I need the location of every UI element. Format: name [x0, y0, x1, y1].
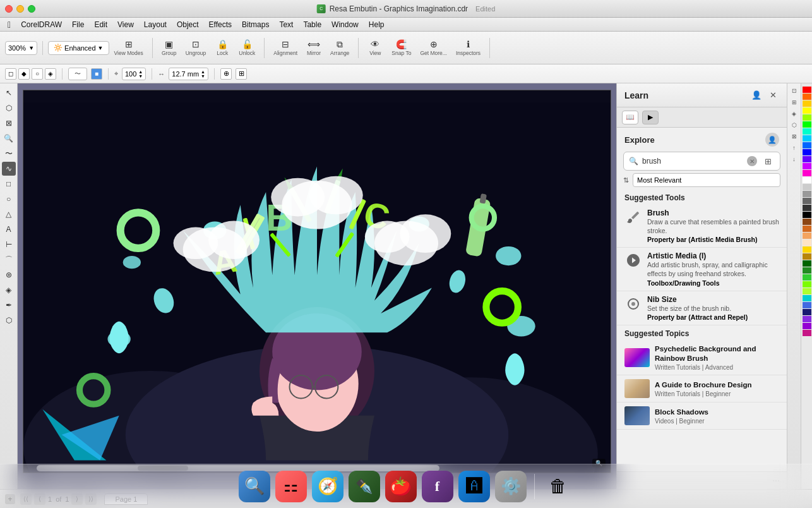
color-swatch[interactable]	[803, 219, 811, 225]
unlock-button[interactable]: 🔓 Unlock	[235, 38, 259, 58]
color-swatch[interactable]	[803, 135, 811, 142]
tool-shape-btn4[interactable]: ◈	[45, 68, 56, 80]
menu-effects[interactable]: Effects	[204, 19, 237, 30]
topic-item-psychedelic[interactable]: Psychedelic Background and Rainbow Brush…	[617, 341, 787, 375]
nib-value-control[interactable]: 100 ▲▼	[122, 68, 146, 80]
color-swatch[interactable]	[803, 267, 811, 274]
color-swatch[interactable]	[803, 184, 811, 190]
dock-system-prefs[interactable]: ⚙️	[495, 471, 527, 502]
tab-video[interactable]: ▶	[642, 111, 659, 124]
traffic-lights[interactable]	[5, 5, 35, 13]
dock-quill[interactable]: ✒️	[349, 471, 380, 502]
color-swatch[interactable]	[803, 309, 811, 315]
color-swatch[interactable]	[803, 163, 811, 169]
color-swatch[interactable]	[803, 114, 811, 121]
zoom-dropdown-icon[interactable]: ▼	[28, 45, 34, 51]
dock-tomato[interactable]: 🍅	[385, 471, 417, 502]
color-swatch[interactable]	[803, 198, 811, 204]
color-swatch[interactable]	[803, 260, 811, 267]
zoom-tool[interactable]: 🔍	[2, 131, 16, 145]
transform-btn[interactable]: ⊞	[236, 68, 247, 80]
topic-item-block-shadows[interactable]: Block Shadows Videos | Beginner	[617, 402, 787, 430]
color-swatch[interactable]	[803, 191, 811, 197]
color-swatch[interactable]	[803, 295, 811, 301]
learn-panel-scroll[interactable]: Explore 👤 🔍 ✕ ⊞ ⇅ Most Relevant Newest	[617, 128, 787, 471]
apple-menu[interactable]: 	[3, 18, 16, 31]
group-button[interactable]: ▣ Group	[158, 38, 181, 58]
sort-select[interactable]: Most Relevant Newest Oldest A-Z	[633, 173, 780, 187]
menu-object[interactable]: Object	[172, 19, 204, 30]
topic-item-brochure[interactable]: A Guide to Brochure Design Written Tutor…	[617, 375, 787, 402]
color-swatch[interactable]	[803, 274, 811, 281]
search-input[interactable]	[642, 157, 743, 166]
get-more-button[interactable]: ⊕ Get More...	[416, 38, 451, 58]
menu-text[interactable]: Text	[274, 19, 298, 30]
curve-color[interactable]: ■	[91, 68, 102, 80]
fill-tool[interactable]: ⬡	[2, 313, 16, 327]
edge-icon-7[interactable]: ↓	[789, 154, 799, 164]
dock-trash[interactable]: 🗑	[542, 471, 574, 502]
ellipse-tool[interactable]: ○	[2, 192, 16, 206]
arrange-button[interactable]: ⧉ Arrange	[326, 38, 353, 58]
color-swatch[interactable]	[803, 121, 811, 128]
color-swatch[interactable]	[803, 330, 811, 336]
menu-layout[interactable]: Layout	[139, 19, 172, 30]
color-swatch[interactable]	[803, 107, 811, 114]
color-swatch[interactable]	[803, 142, 811, 148]
color-swatch[interactable]	[803, 128, 811, 135]
color-swatch[interactable]	[803, 177, 811, 183]
dimension-tool[interactable]: ⊢	[2, 238, 16, 251]
color-swatch[interactable]	[803, 226, 811, 232]
snap-to-button[interactable]: 🧲 Snap To	[388, 38, 415, 58]
lock-button[interactable]: 🔒 Lock	[211, 38, 234, 58]
select-tool[interactable]: ↖	[2, 86, 16, 100]
menu-table[interactable]: Table	[298, 19, 326, 30]
inspectors-button[interactable]: ℹ Inspectors	[452, 38, 484, 58]
user-add-icon[interactable]: 👤	[750, 89, 763, 102]
color-swatch[interactable]	[803, 239, 811, 246]
menu-view[interactable]: View	[112, 19, 139, 30]
color-swatch[interactable]	[803, 316, 811, 322]
color-swatch[interactable]	[803, 288, 811, 294]
curve-type[interactable]: 〜	[68, 68, 87, 80]
color-swatch[interactable]	[803, 212, 811, 218]
edge-icon-4[interactable]: ⬡	[789, 120, 799, 130]
effects-tool[interactable]: ⊛	[2, 268, 16, 282]
tool-item-brush[interactable]: Brush Draw a curve that resembles a pain…	[617, 205, 787, 248]
menu-edit[interactable]: Edit	[89, 19, 112, 30]
dock-appstore[interactable]: 🅰	[458, 471, 490, 502]
color-swatch[interactable]	[803, 149, 811, 155]
tab-book[interactable]: 📖	[622, 111, 638, 124]
tool-item-nib-size[interactable]: Nib Size Set the size of the brush nib. …	[617, 291, 787, 326]
color-swatch[interactable]	[803, 100, 811, 107]
curve-tool[interactable]: 〜	[2, 147, 16, 160]
eyedropper-tool[interactable]: ✒	[2, 298, 16, 312]
transparency-tool[interactable]: ◈	[2, 283, 16, 297]
node-tool[interactable]: ⬡	[2, 101, 16, 115]
search-filter-icon[interactable]: ⊞	[761, 154, 775, 168]
edge-icon-2[interactable]: ⊞	[789, 97, 799, 107]
dock-finder[interactable]: 🔍	[239, 471, 270, 502]
color-swatch[interactable]	[803, 205, 811, 211]
zoom-control[interactable]: 300% ▼	[5, 41, 37, 55]
color-swatch[interactable]	[803, 281, 811, 287]
close-button[interactable]	[5, 5, 13, 13]
color-swatch[interactable]	[803, 94, 811, 100]
edge-icon-5[interactable]: ⊠	[789, 131, 799, 142]
artistic-media-tool[interactable]: ∿	[2, 162, 16, 176]
size-stepper[interactable]: ▲▼	[201, 70, 205, 78]
crop-tool[interactable]: ⊠	[2, 116, 16, 130]
text-tool[interactable]: A	[2, 222, 16, 236]
color-swatch[interactable]	[803, 323, 811, 329]
search-clear-button[interactable]: ✕	[747, 156, 757, 166]
edge-icon-6[interactable]: ↑	[789, 143, 799, 153]
dock-launchpad[interactable]: ⚏	[275, 471, 307, 502]
color-swatch[interactable]	[803, 156, 811, 162]
view-button[interactable]: 👁 View	[364, 38, 386, 58]
color-swatch[interactable]	[803, 233, 811, 239]
edge-icon-3[interactable]: ◈	[789, 109, 799, 119]
close-learn-icon[interactable]: ✕	[767, 89, 779, 102]
tool-shape-btn[interactable]: ◻	[5, 68, 16, 80]
view-modes-button[interactable]: ⊞ View Modes	[110, 38, 147, 58]
tool-shape-btn2[interactable]: ◆	[18, 68, 30, 80]
